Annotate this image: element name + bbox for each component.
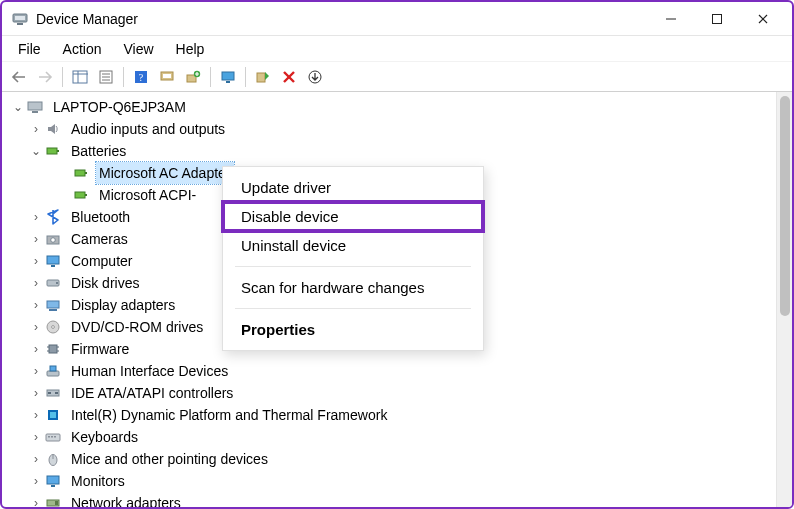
expand-icon[interactable]: ›	[28, 492, 44, 507]
monitor-icon	[44, 252, 62, 270]
window-title: Device Manager	[36, 11, 138, 27]
mouse-icon	[44, 450, 62, 468]
battery-icon	[72, 164, 90, 182]
tree-label: Bluetooth	[68, 206, 133, 228]
tree-item-hid[interactable]: › Human Interface Devices	[6, 360, 776, 382]
battery-icon	[44, 142, 62, 160]
expand-icon[interactable]: ›	[28, 382, 44, 404]
tree-label: Microsoft AC Adapter	[96, 162, 234, 184]
expand-icon[interactable]: ›	[28, 272, 44, 294]
show-hide-tree-button[interactable]	[69, 66, 91, 88]
svg-rect-52	[48, 392, 51, 394]
ctx-properties[interactable]: Properties	[223, 315, 483, 344]
network-adapter-icon	[44, 494, 62, 507]
help-button[interactable]: ?	[130, 66, 152, 88]
maximize-button[interactable]	[694, 2, 740, 36]
tree-label: Cameras	[68, 228, 131, 250]
enable-device-button[interactable]	[252, 66, 274, 88]
minimize-button[interactable]	[648, 2, 694, 36]
computer-icon	[26, 98, 44, 116]
menu-help[interactable]: Help	[166, 39, 215, 59]
down-arrow-button[interactable]	[304, 66, 326, 88]
camera-icon	[44, 230, 62, 248]
svg-text:?: ?	[139, 72, 144, 83]
expand-icon[interactable]: ›	[28, 206, 44, 228]
ctx-uninstall-device[interactable]: Uninstall device	[223, 231, 483, 260]
svg-rect-63	[51, 485, 55, 487]
controller-icon	[44, 384, 62, 402]
svg-rect-44	[49, 345, 57, 353]
monitor-icon-button[interactable]	[217, 66, 239, 88]
menu-file[interactable]: File	[8, 39, 51, 59]
tree-label: Disk drives	[68, 272, 142, 294]
vertical-scrollbar[interactable]	[776, 92, 792, 507]
menu-view[interactable]: View	[113, 39, 163, 59]
collapse-icon[interactable]: ⌄	[28, 140, 44, 162]
svg-rect-55	[50, 412, 56, 418]
expand-icon[interactable]: ›	[28, 118, 44, 140]
svg-rect-50	[50, 366, 56, 371]
tree-item-network[interactable]: › Network adapters	[6, 492, 776, 507]
update-driver-button[interactable]	[182, 66, 204, 88]
scrollbar-thumb[interactable]	[780, 96, 790, 316]
tree-item-intel[interactable]: › Intel(R) Dynamic Platform and Thermal …	[6, 404, 776, 426]
expand-icon[interactable]: ›	[28, 228, 44, 250]
tree-label: Mice and other pointing devices	[68, 448, 271, 470]
properties-button[interactable]	[95, 66, 117, 88]
menu-action[interactable]: Action	[53, 39, 112, 59]
svg-rect-41	[49, 309, 57, 311]
svg-rect-22	[257, 73, 265, 82]
close-button[interactable]	[740, 2, 786, 36]
scan-hardware-button[interactable]	[156, 66, 178, 88]
expand-icon[interactable]: ›	[28, 404, 44, 426]
menubar: File Action View Help	[2, 36, 792, 62]
expand-icon[interactable]: ›	[28, 250, 44, 272]
svg-point-39	[56, 282, 58, 284]
tree-item-keyboards[interactable]: › Keyboards	[6, 426, 776, 448]
svg-rect-49	[47, 371, 59, 376]
tree-label: DVD/CD-ROM drives	[68, 316, 206, 338]
tree-item-batteries[interactable]: ⌄ Batteries	[6, 140, 776, 162]
expand-icon[interactable]: ›	[28, 360, 44, 382]
svg-rect-37	[51, 265, 55, 267]
ctx-separator	[235, 266, 471, 267]
expand-icon[interactable]: ›	[28, 316, 44, 338]
svg-rect-40	[47, 301, 59, 308]
tree-root[interactable]: ⌄ LAPTOP-Q6EJP3AM	[6, 96, 776, 118]
tree-label: Network adapters	[68, 492, 184, 507]
tree-item-mice[interactable]: › Mice and other pointing devices	[6, 448, 776, 470]
tree-label: Keyboards	[68, 426, 141, 448]
tree-label: Firmware	[68, 338, 132, 360]
back-button[interactable]	[8, 66, 30, 88]
tree-label: Display adapters	[68, 294, 178, 316]
expand-icon[interactable]: ›	[28, 448, 44, 470]
expand-icon[interactable]: ›	[28, 426, 44, 448]
svg-rect-58	[51, 436, 53, 438]
tree-item-audio[interactable]: › Audio inputs and outputs	[6, 118, 776, 140]
intel-icon	[44, 406, 62, 424]
ctx-update-driver[interactable]: Update driver	[223, 173, 483, 202]
expand-icon[interactable]: ›	[28, 338, 44, 360]
tree-item-monitors[interactable]: › Monitors	[6, 470, 776, 492]
svg-rect-57	[48, 436, 50, 438]
expand-icon[interactable]: ›	[28, 294, 44, 316]
content-area: ⌄ LAPTOP-Q6EJP3AM › Audio inputs and out…	[2, 92, 792, 507]
tree-item-ide[interactable]: › IDE ATA/ATAPI controllers	[6, 382, 776, 404]
tree-label: Audio inputs and outputs	[68, 118, 228, 140]
svg-point-35	[51, 238, 56, 243]
tree-root-label: LAPTOP-Q6EJP3AM	[50, 96, 189, 118]
bluetooth-icon	[44, 208, 62, 226]
ctx-scan-changes[interactable]: Scan for hardware changes	[223, 273, 483, 302]
svg-rect-21	[226, 81, 230, 83]
collapse-icon[interactable]: ⌄	[10, 96, 26, 118]
svg-rect-36	[47, 256, 59, 264]
uninstall-device-button[interactable]	[278, 66, 300, 88]
forward-button[interactable]	[34, 66, 56, 88]
tree-label: IDE ATA/ATAPI controllers	[68, 382, 236, 404]
chip-icon	[44, 340, 62, 358]
svg-rect-33	[85, 194, 87, 196]
titlebar: Device Manager	[2, 2, 792, 36]
toolbar-separator	[123, 67, 124, 87]
expand-icon[interactable]: ›	[28, 470, 44, 492]
ctx-disable-device[interactable]: Disable device	[223, 202, 483, 231]
